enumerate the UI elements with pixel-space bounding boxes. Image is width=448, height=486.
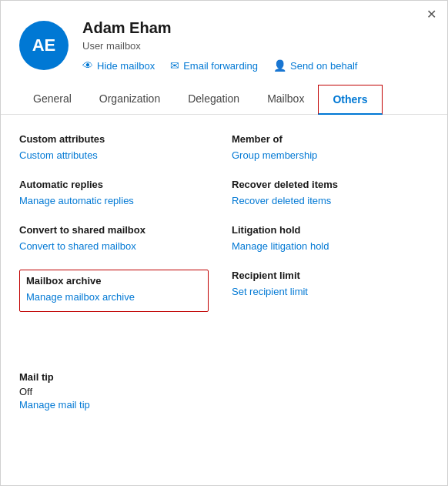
- user-type: User mailbox: [82, 40, 357, 52]
- section-recipient-limit: Recipient limit Set recipient limit: [232, 270, 429, 315]
- tab-organization[interactable]: Organization: [85, 85, 174, 115]
- send-on-behalf-icon: 👤: [273, 59, 286, 72]
- tab-delegation[interactable]: Delegation: [174, 85, 253, 115]
- email-forwarding-action[interactable]: ✉ Email forwarding: [170, 59, 258, 72]
- section-custom-attributes: Custom attributes Custom attributes: [19, 133, 209, 179]
- tab-general[interactable]: General: [19, 85, 85, 115]
- section-recover-deleted: Recover deleted items Recover deleted it…: [232, 179, 429, 224]
- mail-tip-title: Mail tip: [19, 371, 429, 383]
- automatic-replies-title: Automatic replies: [19, 179, 209, 190]
- hide-mailbox-label: Hide mailbox: [97, 60, 155, 72]
- tab-others[interactable]: Others: [318, 85, 382, 115]
- member-of-title: Member of: [232, 133, 429, 145]
- col-left: Custom attributes Custom attributes Auto…: [19, 133, 224, 371]
- close-button[interactable]: ✕: [426, 8, 436, 21]
- hide-mailbox-icon: 👁: [82, 59, 93, 72]
- custom-attributes-title: Custom attributes: [19, 133, 209, 145]
- convert-shared-title: Convert to shared mailbox: [19, 224, 209, 236]
- avatar: AE: [19, 21, 69, 70]
- recipient-limit-link[interactable]: Set recipient limit: [232, 286, 308, 297]
- member-of-link[interactable]: Group membership: [232, 149, 317, 161]
- litigation-hold-link[interactable]: Manage litigation hold: [232, 240, 329, 252]
- send-on-behalf-label: Send on behalf: [290, 60, 357, 72]
- tabs: General Organization Delegation Mailbox …: [1, 84, 447, 115]
- section-mailbox-archive: Mailbox archive Manage mailbox archive: [19, 270, 209, 312]
- header-info: Adam Eham User mailbox 👁 Hide mailbox ✉ …: [82, 19, 357, 72]
- send-on-behalf-action[interactable]: 👤 Send on behalf: [273, 59, 357, 72]
- recipient-limit-title: Recipient limit: [232, 270, 429, 281]
- litigation-hold-title: Litigation hold: [232, 224, 429, 236]
- recover-deleted-link[interactable]: Recover deleted items: [232, 195, 331, 206]
- mail-tip-link[interactable]: Manage mail tip: [19, 399, 90, 411]
- user-name: Adam Eham: [82, 19, 357, 37]
- section-convert-shared: Convert to shared mailbox Convert to sha…: [19, 224, 209, 270]
- col-right: Member of Group membership Recover delet…: [224, 133, 429, 371]
- custom-attributes-link[interactable]: Custom attributes: [19, 149, 98, 161]
- mailbox-archive-link[interactable]: Manage mailbox archive: [26, 291, 135, 303]
- content: Custom attributes Custom attributes Auto…: [1, 115, 447, 485]
- recover-deleted-title: Recover deleted items: [232, 179, 429, 190]
- header-actions: 👁 Hide mailbox ✉ Email forwarding 👤 Send…: [82, 59, 357, 72]
- mail-tip-value: Off: [19, 386, 429, 397]
- header: AE Adam Eham User mailbox 👁 Hide mailbox…: [1, 1, 447, 84]
- email-forwarding-icon: ✉: [170, 59, 179, 72]
- email-forwarding-label: Email forwarding: [183, 60, 258, 72]
- hide-mailbox-action[interactable]: 👁 Hide mailbox: [82, 59, 155, 72]
- section-litigation-hold: Litigation hold Manage litigation hold: [232, 224, 429, 270]
- section-member-of: Member of Group membership: [232, 133, 429, 179]
- mailbox-archive-title: Mailbox archive: [26, 275, 202, 287]
- dialog: ✕ AE Adam Eham User mailbox 👁 Hide mailb…: [0, 0, 448, 486]
- section-mail-tip: Mail tip Off Manage mail tip: [19, 371, 429, 474]
- convert-shared-link[interactable]: Convert to shared mailbox: [19, 240, 136, 252]
- section-automatic-replies: Automatic replies Manage automatic repli…: [19, 179, 209, 224]
- automatic-replies-link[interactable]: Manage automatic replies: [19, 195, 134, 206]
- tab-mailbox[interactable]: Mailbox: [253, 85, 318, 115]
